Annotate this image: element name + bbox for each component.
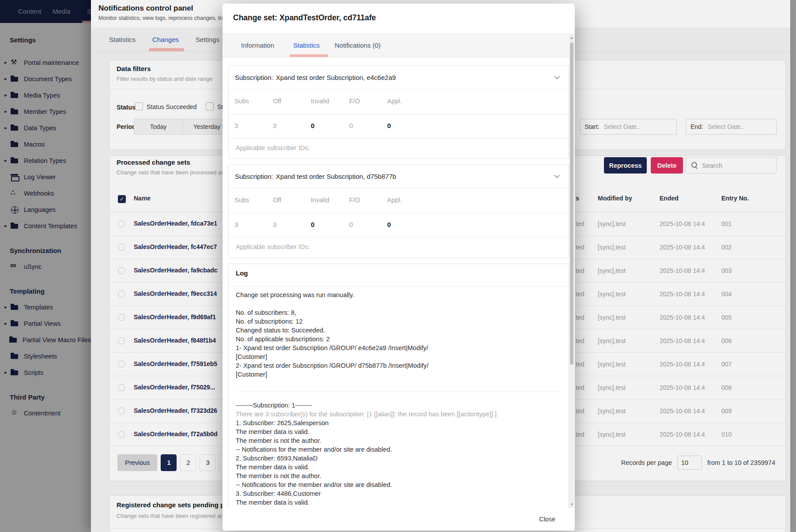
applicable-ids-row: Applicable subscriber IDs: [229,138,569,158]
stat-fo-value: 0 [349,122,353,129]
log-block-subscription-detail: --------Subscription: 1--------There are… [236,401,562,507]
stat-appl-value: 0 [387,122,391,129]
chevron-down-icon[interactable] [554,74,560,79]
stats-col-subs: Subs [234,196,249,204]
modal-tab-notifications[interactable]: Notifications (0) [335,33,381,57]
stats-col-off: Off [273,196,281,204]
stats-col-fo: F/O [349,196,360,204]
stat-subs-value: 3 [234,221,238,228]
log-line: No. of subscriptions: 12 [236,317,562,326]
log-line: No. of subscribers: 8, [236,308,562,317]
modal-tab-information[interactable]: Information [241,33,274,57]
log-line: The member data is valid. [236,498,562,507]
subscription-card-2: Subscription:Xpand test order Subscripti… [228,164,569,258]
subscription-card-1: Subscription:Xpand test order Subscripti… [228,65,569,159]
modal-active-tab-underline [290,54,328,57]
modal-footer: Close [223,508,575,531]
log-line: The member data is valid. [236,427,562,436]
scroll-up-arrow-icon[interactable]: ▲ [569,36,574,40]
log-line: -- Notifications for the member and/or s… [236,480,562,489]
stats-col-appl: Appl. [387,98,402,105]
scrollbar-thumb[interactable] [570,42,573,365]
applicable-ids-row: Applicable subscriber IDs: [229,237,569,257]
applicable-ids-label: Applicable subscriber IDs: [236,144,310,151]
log-card: Log Change set processing was run manual… [228,264,569,508]
log-line: There are 3 subscriber(s) for the subscr… [236,410,562,419]
stat-appl-value: 0 [387,221,391,228]
subscription-title: Subscription:Xpand test order Subscripti… [235,173,396,180]
stats-col-appl: Appl. [387,196,402,204]
stat-invalid-value: 0 [311,221,314,228]
stats-col-invalid: Invalid [311,98,329,105]
stats-header-row: Subs Off Invalid F/O Appl. [229,189,569,213]
log-title: Log [236,269,248,277]
log-line: 2- Xpand test order Subscription /GROUP/… [236,361,562,370]
log-line: [Customer] [236,370,562,379]
log-line: -- Notifications for the member and/or s… [236,445,562,454]
log-line: [Customer] [236,352,562,361]
stat-off-value: 3 [273,221,276,228]
log-separator [236,392,562,392]
stats-col-subs: Subs [234,98,249,105]
log-line: 1. Subscriber: 2625,Salesperson [236,419,562,427]
log-line: No. of applicable subscriptions: 2 [236,335,562,343]
stat-subs-value: 3 [234,122,238,129]
modal-scrollbar[interactable]: ▲ ▼ [569,34,574,508]
stats-value-row: 3 3 0 0 0 [229,114,569,138]
change-set-modal: Change set: XpandTestOrder, cd711afe Inf… [223,4,575,531]
modal-tab-statistics-active[interactable]: Statistics [293,33,320,57]
stat-fo-value: 0 [349,221,353,228]
scroll-down-arrow-icon[interactable]: ▼ [569,502,574,506]
subscription-title: Subscription:Xpand test order Subscripti… [235,74,396,81]
log-line: --------Subscription: 1-------- [236,401,562,410]
divider [229,286,569,287]
stats-col-fo: F/O [349,98,360,105]
chevron-down-icon[interactable] [554,173,560,178]
log-line: The member is not the author. [236,436,562,445]
stats-col-off: Off [273,98,281,105]
modal-title: Change set: XpandTestOrder, cd711afe [233,13,376,23]
stats-col-invalid: Invalid [311,196,329,204]
log-block-summary: Change set processing was run manually.N… [236,291,562,379]
subscription-header[interactable]: Subscription:Xpand test order Subscripti… [229,165,569,189]
log-line: Changed status to: Succeeded. [236,326,562,335]
log-body: Change set processing was run manually.N… [236,291,562,507]
stats-value-row: 3 3 0 0 0 [229,213,569,237]
subscription-header[interactable]: Subscription:Xpand test order Subscripti… [229,66,569,90]
log-line: The member is not the author. [236,472,562,480]
log-line [236,299,562,308]
modal-header: Change set: XpandTestOrder, cd711afe [223,4,575,33]
log-line: 1- Xpand test order Subscription /GROUP/… [236,343,562,352]
applicable-ids-label: Applicable subscriber IDs: [236,243,310,250]
stat-invalid-value: 0 [311,122,314,129]
modal-body: Subscription:Xpand test order Subscripti… [223,57,575,508]
log-line: 2. Subscriber: 6593,NataliaD [236,454,562,463]
stat-off-value: 3 [273,122,276,129]
modal-tabs: Information Statistics Notifications (0) [223,33,575,57]
log-line: 3. Subscriber: 4486,Customer [236,489,562,498]
log-line: Change set processing was run manually. [236,291,562,299]
log-line: The member data is valid. [236,463,562,472]
stats-header-row: Subs Off Invalid F/O Appl. [229,90,569,114]
close-button[interactable]: Close [539,516,555,523]
